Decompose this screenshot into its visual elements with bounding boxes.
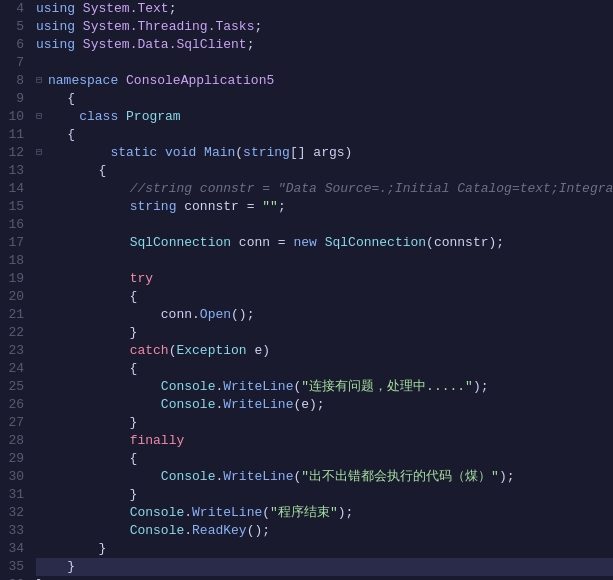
line-number: 29 [4, 450, 24, 468]
token-cn: try [130, 270, 153, 288]
token-plain: } [36, 558, 75, 576]
code-line: { [36, 90, 613, 108]
token-plain [36, 432, 130, 450]
code-line: } [36, 414, 613, 432]
line-number: 18 [4, 252, 24, 270]
token-method: WriteLine [192, 504, 262, 522]
token-kw: new [293, 234, 316, 252]
token-ns: System.Data.SqlClient [83, 36, 247, 54]
line-number: 9 [4, 90, 24, 108]
token-plain: } [36, 576, 44, 580]
code-line: { [36, 360, 613, 378]
token-fold[interactable]: ⊟ [36, 144, 46, 162]
token-plain [36, 198, 130, 216]
token-method: Main [204, 144, 235, 162]
line-number: 15 [4, 198, 24, 216]
code-line: { [36, 450, 613, 468]
token-plain [157, 144, 165, 162]
token-kw: void [165, 144, 196, 162]
token-plain: [] args) [290, 144, 352, 162]
token-plain: ( [293, 378, 301, 396]
token-kw: using [36, 36, 75, 54]
code-line: conn.Open(); [36, 306, 613, 324]
token-plain [48, 108, 79, 126]
token-method: WriteLine [223, 378, 293, 396]
token-plain: } [36, 324, 137, 342]
token-plain: ; [254, 18, 262, 36]
token-plain: { [36, 90, 75, 108]
token-plain [36, 504, 130, 522]
code-line: } [36, 486, 613, 504]
token-cls: Program [126, 108, 181, 126]
token-fold[interactable]: ⊟ [36, 72, 46, 90]
token-cls: Console [161, 396, 216, 414]
token-plain [36, 342, 130, 360]
token-cls: Console [161, 378, 216, 396]
token-kw: namespace [48, 72, 118, 90]
token-plain: . [215, 378, 223, 396]
token-plain: } [36, 414, 137, 432]
code-line: try [36, 270, 613, 288]
token-plain [36, 522, 130, 540]
token-plain: (); [247, 522, 270, 540]
token-cls: SqlConnection [130, 234, 231, 252]
code-line: { [36, 126, 613, 144]
code-line: finally [36, 432, 613, 450]
token-plain: (connstr); [426, 234, 504, 252]
line-number: 33 [4, 522, 24, 540]
token-kw: string [243, 144, 290, 162]
token-plain [36, 180, 130, 198]
line-number: 21 [4, 306, 24, 324]
token-kw: static [110, 144, 157, 162]
token-cls: Console [130, 504, 185, 522]
code-line: } [36, 540, 613, 558]
token-plain [75, 18, 83, 36]
token-cls: SqlConnection [325, 234, 426, 252]
token-cn: finally [130, 432, 185, 450]
code-content: using System.Text;using System.Threading… [32, 0, 613, 580]
line-number: 26 [4, 396, 24, 414]
token-ns: ConsoleApplication5 [126, 72, 274, 90]
code-area: 4567891011121314151617181920212223242526… [0, 0, 613, 580]
token-plain: . [215, 468, 223, 486]
line-number: 35 [4, 558, 24, 576]
token-plain [75, 0, 83, 18]
token-plain: { [36, 360, 137, 378]
token-comment: //string connstr = "Data Source=.;Initia… [130, 180, 613, 198]
token-plain: conn = [231, 234, 293, 252]
token-plain: (e); [293, 396, 324, 414]
token-cls: Console [161, 468, 216, 486]
token-plain: } [36, 540, 106, 558]
token-plain [36, 378, 161, 396]
code-line: Console.WriteLine("程序结束"); [36, 504, 613, 522]
line-number: 32 [4, 504, 24, 522]
line-number: 27 [4, 414, 24, 432]
token-str: "连接有问题，处理中....." [301, 378, 473, 396]
token-plain [196, 144, 204, 162]
code-line: using System.Threading.Tasks; [36, 18, 613, 36]
line-number: 12 [4, 144, 24, 162]
code-line: Console.WriteLine(e); [36, 396, 613, 414]
token-kw: using [36, 18, 75, 36]
code-line: ⊟namespace ConsoleApplication5 [36, 72, 613, 90]
code-line: Console.WriteLine("出不出错都会执行的代码（煤）"); [36, 468, 613, 486]
code-line: { [36, 162, 613, 180]
code-line: } [36, 576, 613, 580]
token-plain [36, 270, 130, 288]
token-fold[interactable]: ⊟ [36, 108, 46, 126]
code-line [36, 54, 613, 72]
token-plain: } [36, 486, 137, 504]
token-method: WriteLine [223, 468, 293, 486]
token-kw: class [79, 108, 118, 126]
code-line [36, 252, 613, 270]
token-plain: conn. [36, 306, 200, 324]
token-plain: ( [235, 144, 243, 162]
token-plain [75, 36, 83, 54]
token-plain: e) [247, 342, 270, 360]
line-number: 24 [4, 360, 24, 378]
token-str: "" [262, 198, 278, 216]
token-cls: Exception [176, 342, 246, 360]
token-ns: System.Threading.Tasks [83, 18, 255, 36]
token-plain: ( [262, 504, 270, 522]
line-number: 36 [4, 576, 24, 580]
